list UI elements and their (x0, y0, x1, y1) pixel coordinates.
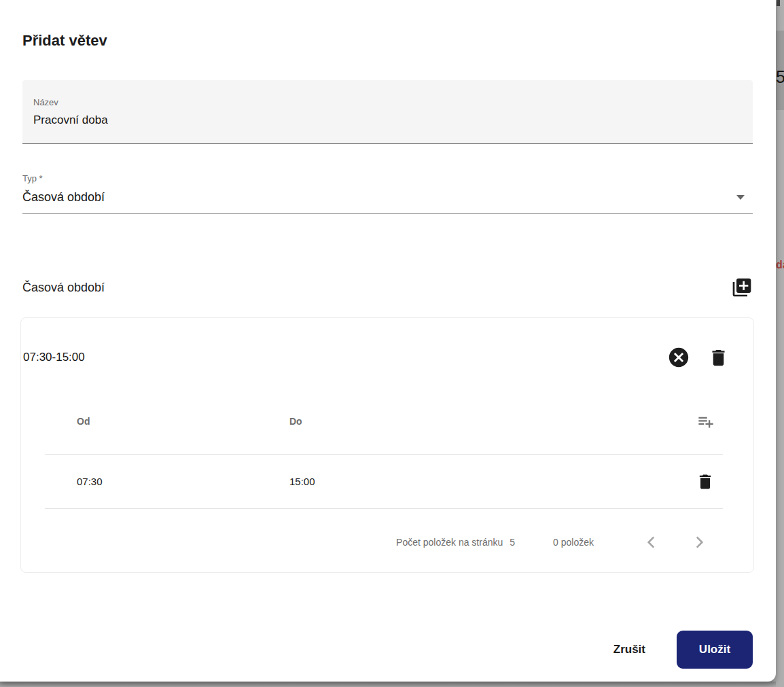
backdrop-clipped-text: 5 (776, 67, 784, 87)
type-field-label: Typ * (22, 173, 753, 183)
period-range-label: 07:30-15:00 (23, 351, 85, 364)
page-size-select[interactable]: 5 (510, 537, 515, 548)
cancel-button[interactable]: Zrušit (609, 636, 649, 663)
paginator: Počet položek na stránku 5 0 položek (45, 518, 723, 566)
trash-icon (708, 347, 729, 368)
playlist-add-icon (696, 412, 715, 431)
name-field-value[interactable]: Pracovní doba (33, 113, 742, 128)
column-header-do: Do (289, 416, 682, 427)
type-select-field[interactable]: Typ * Časová období (22, 173, 753, 214)
table-row: 07:30 15:00 (45, 455, 723, 508)
delete-row-button[interactable] (696, 472, 715, 491)
dialog-title: Přidat větev (22, 0, 753, 50)
backdrop-bottom-shade (0, 682, 776, 687)
clear-period-button[interactable] (667, 346, 690, 369)
type-field-value[interactable]: Časová období (22, 190, 753, 205)
next-page-button[interactable] (689, 532, 709, 552)
cell-od[interactable]: 07:30 (77, 476, 289, 487)
add-row-button[interactable] (696, 412, 715, 431)
backdrop-clipped-red-text: da (776, 258, 784, 272)
time-periods-panel: 07:30-15:00 (20, 317, 754, 573)
trash-icon (696, 472, 715, 491)
screen: 5 da Přidat větev Název Pracovní doba Ty… (0, 0, 784, 687)
section-title: Časová období (22, 281, 105, 295)
page-size-label: Počet položek na stránku (396, 537, 503, 548)
backdrop-scrollbar-fragment (777, 0, 780, 6)
dialog-actions: Zrušit Uložit (22, 631, 753, 669)
previous-page-button[interactable] (641, 532, 662, 552)
cancel-icon (667, 346, 690, 369)
name-field[interactable]: Název Pracovní doba (22, 80, 753, 144)
table-header-row: Od Do (45, 402, 723, 440)
table-divider (45, 508, 723, 509)
save-button[interactable]: Uložit (677, 631, 753, 669)
cell-do[interactable]: 15:00 (289, 476, 682, 487)
periods-table: Od Do 07:30 (45, 402, 723, 566)
period-panel-header[interactable]: 07:30-15:00 (21, 318, 753, 376)
delete-period-button[interactable] (708, 347, 729, 368)
caret-down-icon[interactable] (736, 195, 745, 200)
name-field-label: Název (33, 97, 742, 107)
column-header-od: Od (77, 416, 289, 427)
time-periods-section-header: Časová období (22, 272, 753, 302)
chevron-left-icon (643, 533, 660, 551)
chevron-right-icon (690, 533, 708, 551)
paginator-range: 0 položek (553, 537, 594, 548)
library-add-icon (731, 277, 753, 298)
add-period-button[interactable] (731, 277, 753, 298)
add-branch-dialog: Přidat větev Název Pracovní doba Typ * Č… (0, 0, 776, 682)
